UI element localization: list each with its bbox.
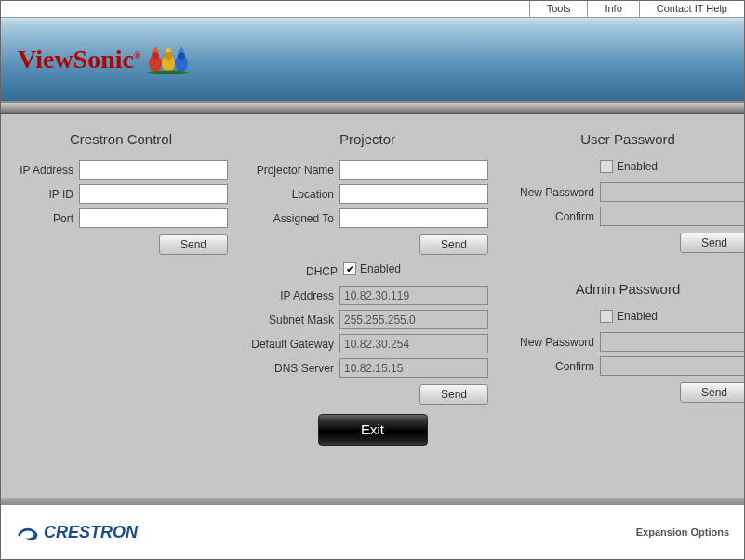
userpw-send-button[interactable]: Send [680, 233, 745, 253]
userpw-confirm-label: Confirm [507, 210, 600, 223]
header: ViewSonic® [1, 18, 744, 103]
projector-send2-button[interactable]: Send [419, 384, 488, 405]
info-link[interactable]: Info [587, 1, 638, 17]
adminpw-enabled-text: Enabled [617, 310, 658, 323]
userpw-enabled-text: Enabled [617, 160, 658, 173]
userpw-enabled-checkbox[interactable] [600, 160, 613, 173]
projector-assigned-input[interactable] [339, 208, 488, 228]
adminpw-confirm-label: Confirm [507, 360, 600, 373]
crestron-ipid-input[interactable] [79, 184, 228, 204]
crestron-section: Crestron Control IP Address IP ID Port S… [14, 131, 228, 498]
projector-title: Projector [246, 131, 488, 147]
crestron-ip-label: IP Address [14, 164, 79, 177]
userpw-new-input [600, 182, 745, 202]
projector-location-label: Location [246, 188, 339, 201]
net-gateway-label: Default Gateway [246, 338, 339, 351]
projector-send1-button[interactable]: Send [419, 234, 488, 255]
adminpw-title: Admin Password [507, 281, 745, 297]
tools-link[interactable]: Tools [529, 1, 588, 17]
exit-button[interactable]: Exit [318, 414, 428, 446]
footer: CRESTRON Expansion Options [1, 505, 744, 559]
projector-name-label: Projector Name [246, 164, 339, 177]
userpw-new-label: New Password [507, 186, 600, 199]
userpw-title: User Password [507, 131, 745, 147]
swirl-icon [16, 522, 42, 542]
svg-point-3 [165, 52, 172, 60]
birds-icon [146, 45, 194, 74]
header-divider [1, 103, 744, 114]
net-ip-label: IP Address [246, 289, 339, 302]
crestron-send-button[interactable]: Send [159, 234, 228, 255]
password-section: User Password Enabled New Password Confi… [507, 131, 745, 498]
contact-link[interactable]: Contact IT Help [639, 1, 744, 17]
net-dns-input [339, 358, 488, 378]
expansion-options-link[interactable]: Expansion Options [636, 527, 729, 538]
top-bar: Tools Info Contact IT Help [1, 1, 744, 18]
projector-assigned-label: Assigned To [246, 212, 339, 225]
crestron-port-input[interactable] [79, 208, 228, 228]
net-gateway-input [339, 334, 488, 353]
adminpw-send-button[interactable]: Send [680, 382, 745, 403]
adminpw-confirm-input [600, 356, 745, 376]
net-dns-label: DNS Server [246, 362, 339, 375]
dhcp-checkbox[interactable] [343, 262, 356, 275]
crestron-title: Crestron Control [14, 131, 228, 147]
crestron-ip-input[interactable] [79, 160, 228, 180]
net-subnet-input [339, 310, 488, 329]
dhcp-enabled-text: Enabled [360, 262, 401, 275]
projector-location-input[interactable] [339, 184, 488, 204]
adminpw-new-input [600, 332, 745, 352]
projector-name-input[interactable] [339, 160, 488, 180]
crestron-port-label: Port [14, 212, 79, 225]
adminpw-enabled-checkbox[interactable] [600, 310, 613, 323]
svg-point-5 [178, 52, 185, 60]
svg-point-1 [152, 52, 159, 60]
brand-logo-text: ViewSonic® [18, 45, 140, 74]
adminpw-new-label: New Password [507, 336, 600, 349]
crestron-ipid-label: IP ID [14, 188, 79, 201]
net-subnet-label: Subnet Mask [246, 313, 339, 327]
main-panel: Crestron Control IP Address IP ID Port S… [1, 114, 744, 498]
net-ip-input [339, 286, 488, 305]
userpw-confirm-input [600, 207, 745, 226]
crestron-logo: CRESTRON [16, 522, 138, 542]
footer-divider [1, 498, 744, 505]
dhcp-label: DHCP [246, 265, 343, 278]
